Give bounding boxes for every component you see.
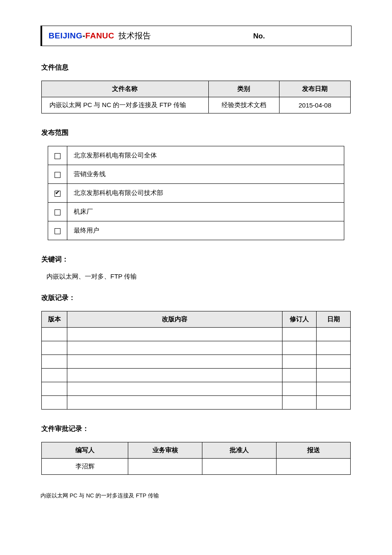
td-category: 经验类技术文档 [208, 97, 280, 113]
checkbox-unchecked-icon [55, 172, 61, 178]
td-author: 李沼辉 [42, 459, 128, 475]
section-scope: 发布范围 [41, 128, 351, 137]
td-cc [277, 459, 351, 475]
section-approval: 文件审批记录： [41, 424, 351, 433]
scope-label: 北京发那科机电有限公司技术部 [67, 184, 344, 203]
td-date [317, 396, 351, 410]
scope-label: 最终用户 [67, 221, 344, 240]
td-file-name: 内嵌以太网 PC 与 NC 的一对多连接及 FTP 传输 [42, 97, 209, 113]
td-reviser [282, 396, 317, 410]
table-row: 营销业务线 [48, 165, 344, 184]
td-date [317, 382, 351, 396]
td-version [42, 355, 67, 369]
td-reviser [282, 369, 317, 382]
scope-label: 营销业务线 [67, 165, 344, 184]
checkbox-unchecked-icon [55, 228, 61, 234]
approval-table: 编写人 业务审核 批准人 报送 李沼辉 [41, 442, 351, 475]
th-review: 业务审核 [128, 442, 202, 459]
table-row [42, 396, 351, 410]
section-revision: 改版记录： [41, 293, 351, 302]
td-content [67, 328, 282, 341]
td-approver [202, 459, 277, 475]
file-info-table: 文件名称 类别 发布日期 内嵌以太网 PC 与 NC 的一对多连接及 FTP 传… [41, 81, 351, 113]
checkbox-unchecked-icon [55, 153, 61, 159]
td-reviser [282, 328, 317, 341]
table-row [42, 328, 351, 341]
no-label: No. [253, 32, 265, 41]
td-version [42, 341, 67, 355]
th-file-name: 文件名称 [42, 81, 209, 97]
scope-label: 机床厂 [67, 203, 344, 221]
th-version: 版本 [42, 311, 67, 328]
th-content: 改版内容 [67, 311, 282, 328]
th-author: 编写人 [42, 442, 128, 459]
td-review [128, 459, 202, 475]
td-content [67, 369, 282, 382]
td-content [67, 382, 282, 396]
th-rev-date: 日期 [317, 311, 351, 328]
table-row [42, 355, 351, 369]
scope-label: 北京发那科机电有限公司全体 [67, 146, 344, 165]
keywords-text: 内嵌以太网、一对多、FTP 传输 [46, 273, 351, 281]
td-date [317, 341, 351, 355]
scope-checkbox-cell [48, 184, 67, 203]
table-row: 北京发那科机电有限公司全体 [48, 146, 344, 165]
checkbox-checked-icon [55, 191, 61, 197]
brand-fanuc: FANUC [85, 31, 114, 40]
td-version [42, 369, 67, 382]
td-version [42, 328, 67, 341]
td-version [42, 396, 67, 410]
td-date [317, 328, 351, 341]
table-row: 李沼辉 [42, 459, 351, 475]
section-keywords: 关键词： [41, 255, 351, 264]
th-cc: 报送 [277, 442, 351, 459]
table-row [42, 369, 351, 382]
td-date [317, 355, 351, 369]
td-content [67, 396, 282, 410]
brand-beijing: BEIJING [49, 31, 83, 40]
scope-checkbox-cell [48, 221, 67, 240]
checkbox-unchecked-icon [55, 209, 61, 215]
td-version [42, 382, 67, 396]
table-row: 北京发那科机电有限公司技术部 [48, 184, 344, 203]
th-category: 类别 [208, 81, 280, 97]
th-date: 发布日期 [280, 81, 351, 97]
document-header: BEIJING-FANUC 技术报告 No. [40, 26, 352, 46]
table-row: 最终用户 [48, 221, 344, 240]
revision-table: 版本 改版内容 修订人 日期 [41, 311, 351, 410]
table-row [42, 341, 351, 355]
td-reviser [282, 341, 317, 355]
table-row [42, 382, 351, 396]
th-approver: 批准人 [202, 442, 277, 459]
scope-table: 北京发那科机电有限公司全体营销业务线北京发那科机电有限公司技术部机床厂最终用户 [48, 146, 345, 240]
td-reviser [282, 355, 317, 369]
section-file-info: 文件信息 [41, 63, 351, 72]
table-row: 机床厂 [48, 203, 344, 221]
th-reviser: 修订人 [282, 311, 317, 328]
table-row: 内嵌以太网 PC 与 NC 的一对多连接及 FTP 传输 经验类技术文档 201… [42, 97, 351, 113]
scope-checkbox-cell [48, 146, 67, 165]
brand-logo: BEIJING-FANUC [49, 31, 114, 41]
td-date [317, 369, 351, 382]
td-content [67, 341, 282, 355]
report-label: 技术报告 [118, 30, 151, 41]
td-date: 2015-04-08 [280, 97, 351, 113]
td-reviser [282, 382, 317, 396]
td-content [67, 355, 282, 369]
scope-checkbox-cell [48, 203, 67, 221]
scope-checkbox-cell [48, 165, 67, 184]
page-footer: 内嵌以太网 PC 与 NC 的一对多连接及 FTP 传输 [40, 492, 352, 500]
